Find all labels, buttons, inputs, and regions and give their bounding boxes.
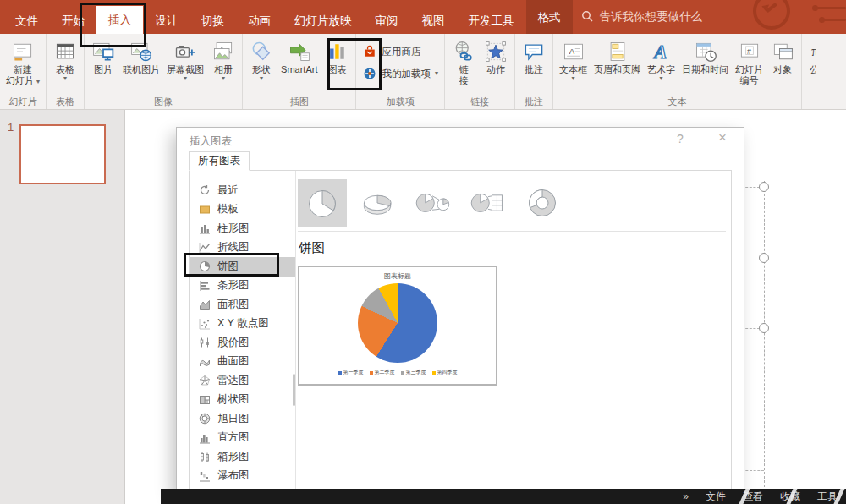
bottom-bar-item-文件[interactable]: 文件 [706, 490, 726, 504]
subtype-doughnut-icon[interactable] [518, 179, 567, 227]
stock-chart-icon [199, 337, 211, 348]
button-label: 页眉和页脚 [594, 64, 640, 75]
preview-pie-chart [358, 283, 437, 363]
新建幻灯片-button[interactable]: 新建幻灯片 ▾ [3, 37, 43, 88]
chart-type-最近[interactable]: 最近 [190, 181, 295, 200]
legend-item: 第三季度 [401, 369, 426, 376]
tab-审阅[interactable]: 审阅 [364, 8, 410, 34]
chart-type-旭日图[interactable]: 旭日图 [190, 409, 295, 429]
对象-button[interactable]: 对象 [766, 37, 799, 77]
公式-button[interactable]: π公式 [805, 37, 816, 77]
group-name-label: 表格 [47, 96, 84, 108]
chart-type-直方图[interactable]: 直方图 [190, 429, 295, 448]
equation-icon: π [806, 39, 816, 64]
tab-设计[interactable]: 设计 [143, 8, 190, 34]
app-store-icon [362, 44, 377, 59]
chart-type-饼图[interactable]: 饼图 [190, 257, 295, 277]
表格-button[interactable]: 表格▾ [49, 37, 81, 84]
chart-type-面积图[interactable]: 面积图 [190, 295, 295, 315]
chart-type-柱形图[interactable]: 柱形图 [190, 219, 295, 238]
group-name-label: 加载项 [356, 96, 444, 108]
resize-handle[interactable] [759, 323, 769, 333]
chart-type-树状图[interactable]: 树状图 [190, 391, 295, 410]
waterfall-chart-icon [199, 470, 211, 482]
slide-number-icon: # [737, 39, 762, 64]
dropdown-arrow-icon: ▾ [435, 70, 438, 77]
tab-文件[interactable]: 文件 [3, 8, 50, 34]
radar-chart-icon [199, 375, 211, 386]
相册-button[interactable]: 相册▾ [207, 37, 239, 84]
tab-开始[interactable]: 开始 [50, 8, 96, 34]
批注-button[interactable]: 批注 [518, 37, 550, 77]
tab-开发工具[interactable]: 开发工具 [457, 8, 526, 34]
tab-动画[interactable]: 动画 [236, 8, 283, 34]
chart-preview-card[interactable]: 图表标题 第一季度第二季度第三季度第四季度 [298, 266, 497, 386]
action-icon [483, 39, 508, 64]
tab-格式[interactable]: 格式 [526, 0, 573, 34]
屏幕截图-button[interactable]: 屏幕截图▾ [163, 37, 207, 84]
联机图片-button[interactable]: 联机图片 [119, 37, 163, 77]
SmartArt-button[interactable]: SmartArt [277, 37, 321, 77]
chart-type-模板[interactable]: 模板 [190, 200, 295, 220]
line-chart-icon [199, 242, 211, 254]
button-label: 新建幻灯片 ▾ [6, 64, 40, 86]
图表-button[interactable]: 图表 [321, 37, 353, 77]
幻灯片编号-button[interactable]: #幻灯片编号 [732, 37, 766, 88]
subtype-pie-2d-icon[interactable] [298, 179, 347, 227]
chart-type-瀑布图[interactable]: 瀑布图 [190, 467, 295, 486]
应用商店-button[interactable]: 应用商店 [359, 42, 442, 61]
chart-type-条形图[interactable]: 条形图 [190, 277, 295, 296]
tell-me-search[interactable]: 告诉我你想要做什么 [573, 0, 711, 34]
页眉和页脚-button[interactable]: 页眉和页脚 [591, 37, 644, 77]
shapes-icon [249, 39, 274, 64]
chart-type-曲面图[interactable]: 曲面图 [190, 353, 295, 372]
chart-type-X Y 散点图[interactable]: X Y 散点图 [190, 315, 295, 334]
chevron-icon[interactable]: » [683, 490, 689, 502]
dialog-title: 插入图表 [190, 134, 232, 149]
object-icon [770, 39, 795, 64]
链接-button[interactable]: 链接 [448, 37, 480, 88]
subtype-pie-of-pie-icon[interactable] [408, 179, 457, 227]
chart-type-股价图[interactable]: 股价图 [190, 333, 295, 353]
chart-type-label: 瀑布图 [217, 468, 250, 483]
resize-handle[interactable] [759, 182, 769, 192]
button-label: 图表 [327, 64, 346, 75]
button-label: 幻灯片编号 [735, 64, 763, 86]
tab-幻灯片放映[interactable]: 幻灯片放映 [283, 8, 364, 34]
chart-type-雷达图[interactable]: 雷达图 [190, 371, 295, 391]
chart-type-label: 条形图 [217, 278, 250, 293]
close-icon[interactable]: × [711, 129, 733, 146]
图片-button[interactable]: 图片 [87, 37, 119, 77]
subtype-bar-of-pie-icon[interactable] [463, 179, 512, 227]
动作-button[interactable]: 动作 [480, 37, 512, 77]
艺术字-button[interactable]: A艺术字▾ [644, 37, 678, 84]
tab-all-charts[interactable]: 所有图表 [189, 151, 250, 171]
group-name-label: 文本 [553, 96, 801, 108]
chart-type-箱形图[interactable]: 箱形图 [190, 447, 295, 467]
help-icon[interactable]: ? [671, 132, 689, 145]
resize-handle[interactable] [759, 253, 769, 263]
我的加载项-button[interactable]: 我的加载项▾ [359, 64, 442, 83]
dropdown-arrow-icon: ▾ [184, 75, 187, 82]
tab-视图[interactable]: 视图 [410, 8, 457, 34]
template-icon [199, 204, 211, 216]
chart-type-折线图[interactable]: 折线图 [190, 238, 295, 258]
legend-item: 第四季度 [432, 369, 458, 376]
文本框-button[interactable]: A文本框▾ [556, 37, 591, 84]
slide-thumbnail-panel: 1 [0, 110, 125, 504]
tab-切换[interactable]: 切换 [190, 8, 236, 34]
形状-button[interactable]: 形状▾ [245, 37, 277, 84]
chart-type-label: 饼图 [217, 260, 239, 274]
chart-type-label: 曲面图 [217, 354, 250, 369]
chart-subtype-panel: 饼图 图表标题 第一季度第二季度第三季度第四季度 [296, 171, 731, 491]
list-scrollbar[interactable] [293, 374, 295, 406]
search-icon [581, 10, 593, 25]
group-name-label: 幻灯片 [0, 96, 46, 108]
日期和时间-button[interactable]: 日期和时间 [678, 37, 732, 77]
dialog-header: 插入图表 ? × [177, 128, 744, 151]
slide-thumbnail[interactable] [19, 124, 106, 184]
ribbon-group-幻灯片: 新建幻灯片 ▾幻灯片 [0, 34, 47, 109]
subtype-pie-3d-icon[interactable] [353, 179, 402, 227]
tab-插入[interactable]: 插入 [96, 6, 143, 34]
surface-chart-icon [199, 356, 211, 368]
